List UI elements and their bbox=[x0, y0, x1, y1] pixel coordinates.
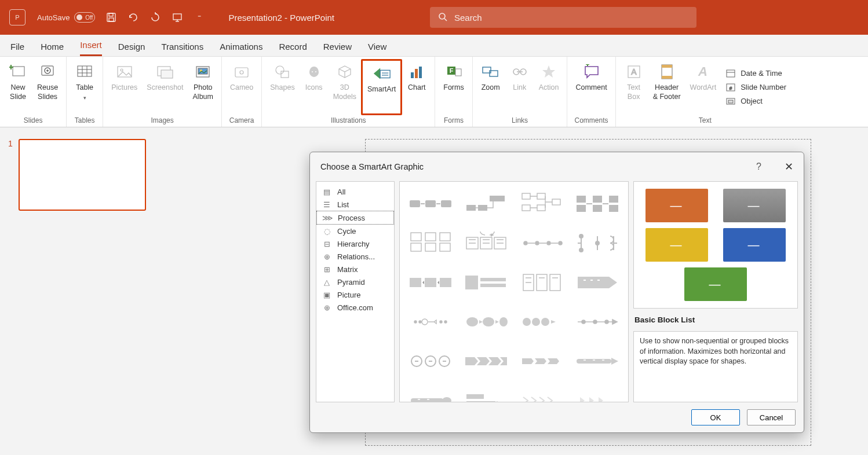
more-icon[interactable]: ⁼ bbox=[194, 12, 205, 23]
cat-process[interactable]: ⋙Process bbox=[316, 211, 394, 225]
header-footer-icon bbox=[658, 63, 676, 81]
autosave-toggle[interactable]: AutoSave Off bbox=[37, 12, 95, 23]
gallery-item[interactable] bbox=[406, 188, 455, 220]
svg-rect-34 bbox=[662, 65, 672, 68]
forms-button[interactable]: FForms bbox=[439, 59, 468, 115]
cat-hierarchy[interactable]: ⊟Hierarchy bbox=[316, 237, 394, 250]
icons-icon bbox=[305, 63, 323, 81]
gallery-item[interactable] bbox=[517, 345, 567, 377]
icons-button[interactable]: Icons bbox=[300, 59, 329, 115]
gallery-item[interactable] bbox=[406, 306, 455, 338]
table-button[interactable]: Table▾ bbox=[70, 59, 99, 115]
cat-office[interactable]: ⊕Office.com bbox=[316, 301, 394, 314]
search-box[interactable]: Search bbox=[430, 7, 696, 28]
svg-rect-1 bbox=[109, 13, 113, 16]
gallery-item[interactable] bbox=[406, 227, 455, 259]
smartart-button[interactable]: SmartArt bbox=[361, 59, 402, 115]
svg-rect-47 bbox=[490, 196, 505, 201]
chart-button[interactable]: Chart bbox=[402, 59, 431, 115]
svg-point-85 bbox=[419, 321, 421, 323]
text-box-button[interactable]: AText Box bbox=[619, 59, 648, 115]
menu-insert[interactable]: Insert bbox=[80, 40, 102, 56]
link-button[interactable]: Link bbox=[505, 59, 534, 115]
menu-design[interactable]: Design bbox=[118, 42, 145, 56]
date-time-button[interactable]: Date & Time bbox=[725, 68, 786, 79]
save-icon[interactable] bbox=[105, 12, 117, 23]
gallery-item[interactable] bbox=[572, 345, 622, 377]
action-icon bbox=[539, 63, 558, 81]
gallery-item[interactable] bbox=[517, 306, 567, 338]
pictures-button[interactable]: Pictures bbox=[107, 59, 142, 115]
cat-all[interactable]: ▤All bbox=[316, 185, 394, 198]
preview-graphic: — — — — — bbox=[633, 181, 798, 309]
svg-rect-64 bbox=[440, 243, 450, 251]
preview-block: — bbox=[645, 228, 708, 262]
menu-review[interactable]: Review bbox=[323, 42, 352, 56]
gallery-item[interactable] bbox=[572, 266, 622, 299]
cat-relationship[interactable]: ⊕Relations... bbox=[316, 250, 394, 263]
zoom-button[interactable]: Zoom bbox=[476, 59, 505, 115]
svg-rect-3 bbox=[173, 14, 181, 20]
wordart-button[interactable]: AWordArt bbox=[685, 59, 721, 115]
svg-rect-42 bbox=[410, 200, 420, 207]
toggle-switch[interactable]: Off bbox=[74, 12, 95, 23]
gallery-item[interactable] bbox=[461, 384, 511, 402]
gallery-item[interactable] bbox=[461, 345, 511, 377]
comment-button[interactable]: Comment bbox=[571, 59, 611, 115]
gallery-item[interactable] bbox=[517, 188, 567, 220]
gallery-item[interactable] bbox=[461, 188, 511, 220]
cat-list[interactable]: ☰List bbox=[316, 198, 394, 211]
present-icon[interactable] bbox=[172, 12, 183, 23]
gallery-item[interactable] bbox=[572, 384, 622, 402]
gallery-item[interactable] bbox=[572, 188, 622, 220]
cat-pyramid[interactable]: △Pyramid bbox=[316, 276, 394, 288]
gallery-item[interactable] bbox=[572, 227, 622, 259]
svg-rect-45 bbox=[466, 205, 476, 211]
gallery-item[interactable] bbox=[572, 306, 622, 338]
slide-number-button[interactable]: #Slide Number bbox=[725, 82, 786, 93]
svg-rect-102 bbox=[411, 398, 443, 402]
ok-button[interactable]: OK bbox=[691, 409, 740, 425]
gallery-item[interactable] bbox=[406, 384, 455, 402]
menu-transitions[interactable]: Transitions bbox=[161, 42, 203, 56]
close-button[interactable]: ✕ bbox=[785, 160, 793, 173]
cancel-button[interactable]: Cancel bbox=[747, 409, 796, 425]
gallery-item[interactable] bbox=[406, 345, 455, 377]
redo-icon[interactable] bbox=[149, 12, 161, 23]
action-button[interactable]: Action bbox=[534, 59, 564, 115]
svg-rect-75 bbox=[410, 278, 421, 287]
header-footer-button[interactable]: Header & Footer bbox=[648, 59, 685, 115]
svg-rect-21 bbox=[411, 72, 414, 78]
gallery-item[interactable] bbox=[517, 227, 567, 259]
screenshot-button[interactable]: Screenshot bbox=[142, 59, 188, 115]
slide-thumbnail[interactable] bbox=[19, 139, 146, 211]
photo-album-button[interactable]: Photo Album bbox=[188, 59, 218, 115]
menu-home[interactable]: Home bbox=[41, 42, 64, 56]
object-button[interactable]: Object bbox=[725, 96, 786, 107]
help-button[interactable]: ? bbox=[756, 162, 761, 172]
gallery-item[interactable] bbox=[517, 384, 567, 402]
menu-record[interactable]: Record bbox=[279, 42, 307, 56]
cat-matrix[interactable]: ⊞Matrix bbox=[316, 263, 394, 276]
cameo-button[interactable]: Cameo bbox=[225, 59, 258, 115]
cat-picture[interactable]: ▣Picture bbox=[316, 288, 394, 301]
cat-cycle[interactable]: ◌Cycle bbox=[316, 225, 394, 237]
gallery-item[interactable] bbox=[461, 227, 511, 259]
svg-rect-61 bbox=[425, 233, 436, 241]
smartart-gallery[interactable] bbox=[399, 181, 629, 402]
gallery-item[interactable] bbox=[461, 266, 511, 299]
shapes-button[interactable]: Shapes bbox=[265, 59, 299, 115]
menu-animations[interactable]: Animations bbox=[220, 42, 262, 56]
gallery-item[interactable] bbox=[406, 266, 455, 299]
gallery-item[interactable] bbox=[461, 306, 511, 338]
menu-file[interactable]: File bbox=[10, 42, 24, 56]
3d-models-button[interactable]: 3D Models bbox=[329, 59, 361, 115]
undo-icon[interactable] bbox=[127, 12, 139, 23]
reuse-slides-button[interactable]: Reuse Slides bbox=[32, 59, 63, 115]
svg-rect-26 bbox=[455, 69, 461, 76]
group-label: Text bbox=[619, 115, 791, 127]
menu-view[interactable]: View bbox=[368, 42, 386, 56]
gallery-item[interactable] bbox=[517, 266, 567, 299]
svg-point-86 bbox=[422, 319, 428, 325]
new-slide-button[interactable]: New Slide bbox=[3, 59, 32, 115]
